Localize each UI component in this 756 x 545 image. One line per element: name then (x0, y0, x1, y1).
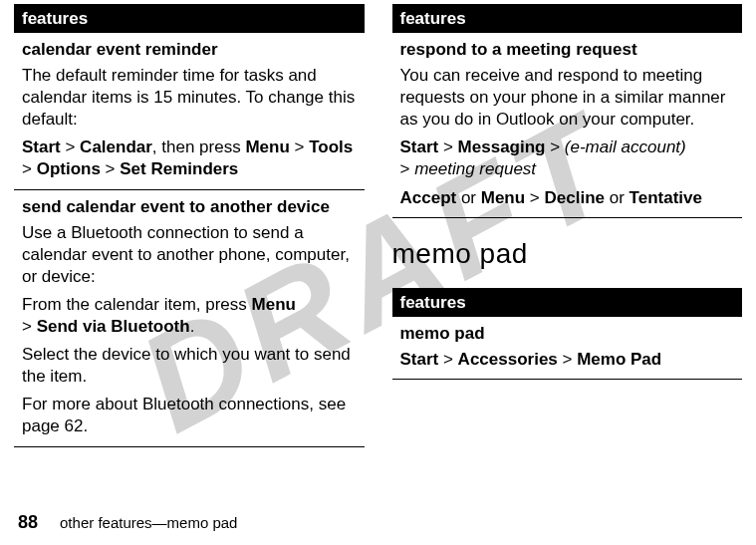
row-text: or (456, 188, 481, 207)
row-text: . (190, 317, 195, 336)
left-features-table: features calendar event reminder The def… (14, 4, 365, 447)
path-sep: > (61, 137, 80, 156)
path-placeholder: meeting request (414, 159, 536, 178)
path-step: Memo Pad (577, 350, 661, 369)
path-sep: > (22, 317, 37, 336)
path-sep: > (438, 137, 457, 156)
left-column: features calendar event reminder The def… (14, 4, 365, 498)
path-step: Accessories (458, 350, 558, 369)
table-row: calendar event reminder The default remi… (14, 33, 365, 190)
row-body: Use a Bluetooth connection to send a cal… (22, 222, 357, 288)
row-title: respond to a meeting request (400, 39, 735, 61)
table-row: respond to a meeting request You can rec… (392, 33, 743, 218)
path-sep: > (400, 159, 415, 178)
row-text: From the calendar item, press (22, 295, 252, 314)
path-step: Start (400, 137, 439, 156)
table-header: features (392, 6, 743, 33)
table-header: features (14, 6, 365, 33)
right-top-features-table: features respond to a meeting request Yo… (392, 4, 743, 218)
row-body: Start > Accessories > Memo Pad (400, 349, 735, 371)
table-row: memo pad Start > Accessories > Memo Pad (392, 317, 743, 380)
path-sep: > (101, 159, 120, 178)
path-step: Menu (252, 295, 296, 314)
path-step: Decline (545, 188, 605, 207)
path-step: Set Reminders (120, 159, 238, 178)
row-body: Start > Messaging > (e-mail account) > m… (400, 136, 735, 180)
path-step: Menu (481, 188, 525, 207)
row-path: Start > Calendar, then press Menu > Tool… (22, 136, 357, 180)
breadcrumb: other features—memo pad (60, 514, 237, 531)
row-body: From the calendar item, press Menu > Sen… (22, 294, 357, 338)
path-step: Menu (245, 137, 289, 156)
path-text: , then press (152, 137, 246, 156)
path-step: Start (400, 350, 439, 369)
row-title: send calendar event to another device (22, 196, 357, 218)
path-sep: > (438, 350, 457, 369)
right-bottom-features-table: features memo pad Start > Accessories > … (392, 288, 743, 380)
row-body: You can receive and respond to meeting r… (400, 65, 735, 131)
path-step: Tools (309, 137, 353, 156)
path-sep: > (558, 350, 577, 369)
path-sep: > (290, 137, 309, 156)
path-step: Accept (400, 188, 457, 207)
row-body: Accept or Menu > Decline or Tentative (400, 187, 735, 209)
row-title: calendar event reminder (22, 39, 357, 61)
row-body: The default reminder time for tasks and … (22, 65, 357, 131)
table-header: features (392, 290, 743, 317)
page-content: features calendar event reminder The def… (0, 0, 756, 498)
table-row: send calendar event to another device Us… (14, 190, 365, 447)
path-step: Options (37, 159, 101, 178)
path-step: Send via Bluetooth (37, 317, 190, 336)
path-step: Start (22, 137, 61, 156)
row-body: For more about Bluetooth connections, se… (22, 394, 357, 437)
path-sep: > (545, 137, 564, 156)
path-step: Calendar (80, 137, 152, 156)
row-text: or (605, 188, 630, 207)
path-placeholder: (e-mail account) (565, 137, 686, 156)
path-sep: > (525, 188, 544, 207)
page-footer: 88 other features—memo pad (18, 512, 237, 533)
right-column: features respond to a meeting request Yo… (392, 4, 743, 498)
path-step: Tentative (630, 188, 702, 207)
row-title: memo pad (400, 323, 735, 345)
section-heading-memo-pad: memo pad (392, 238, 743, 270)
path-sep: > (22, 159, 37, 178)
path-step: Messaging (458, 137, 546, 156)
page-number: 88 (18, 512, 38, 533)
row-body: Select the device to which you want to s… (22, 344, 357, 388)
